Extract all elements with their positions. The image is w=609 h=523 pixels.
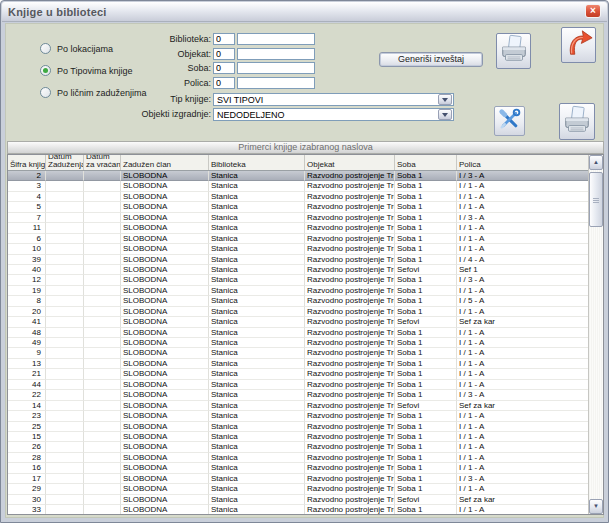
cell-soba[interactable]: Sefovi — [395, 265, 457, 275]
cell-datum-zaduzenja[interactable] — [46, 463, 84, 473]
cell-datum-za-vracanje[interactable] — [84, 338, 121, 348]
cell-sifra[interactable]: 26 — [8, 442, 46, 452]
cell-datum-za-vracanje[interactable] — [84, 265, 121, 275]
cell-datum-za-vracanje[interactable] — [84, 505, 121, 514]
cell-zaduzen-clan[interactable]: SLOBODNA — [121, 338, 209, 348]
cell-biblioteka[interactable]: Stanica — [209, 255, 305, 265]
cell-biblioteka[interactable]: Stanica — [209, 359, 305, 369]
table-row[interactable]: 6 SLOBODNA Stanica Razvodno postrojenje … — [8, 234, 588, 244]
cell-polica[interactable]: I / 1 - A — [457, 380, 588, 390]
cell-datum-za-vracanje[interactable] — [84, 495, 121, 505]
cell-datum-zaduzenja[interactable] — [46, 411, 84, 421]
cell-datum-zaduzenja[interactable] — [46, 275, 84, 285]
cell-datum-zaduzenja[interactable] — [46, 432, 84, 442]
cell-biblioteka[interactable]: Stanica — [209, 286, 305, 296]
cell-soba[interactable]: Soba 1 — [395, 505, 457, 514]
cell-datum-za-vracanje[interactable] — [84, 234, 121, 244]
tools-button[interactable] — [494, 106, 525, 136]
biblioteka-input[interactable] — [213, 33, 235, 45]
cell-zaduzen-clan[interactable]: SLOBODNA — [121, 453, 209, 463]
cell-polica[interactable]: I / 1 - A — [457, 192, 588, 202]
cell-soba[interactable]: Soba 1 — [395, 484, 457, 494]
cell-polica[interactable]: I / 5 - A — [457, 296, 588, 306]
cell-zaduzen-clan[interactable]: SLOBODNA — [121, 265, 209, 275]
cell-datum-zaduzenja[interactable] — [46, 317, 84, 327]
cell-zaduzen-clan[interactable]: SLOBODNA — [121, 244, 209, 254]
cell-polica[interactable]: I / 1 - A — [457, 307, 588, 317]
table-header-row[interactable]: Šifra knjige DatumZaduženja Datumza vrać… — [8, 155, 588, 171]
cell-zaduzen-clan[interactable]: SLOBODNA — [121, 213, 209, 223]
cell-objekat[interactable]: Razvodno postrojenje Trebinje — [305, 317, 395, 327]
cell-objekat[interactable]: Razvodno postrojenje Trebinje — [305, 401, 395, 411]
cell-objekat[interactable]: Razvodno postrojenje Trebinje — [305, 495, 395, 505]
cell-zaduzen-clan[interactable]: SLOBODNA — [121, 275, 209, 285]
cell-zaduzen-clan[interactable]: SLOBODNA — [121, 359, 209, 369]
cell-soba[interactable]: Soba 1 — [395, 223, 457, 233]
cell-datum-zaduzenja[interactable] — [46, 307, 84, 317]
cell-datum-za-vracanje[interactable] — [84, 213, 121, 223]
table-row[interactable]: 13 SLOBODNA Stanica Razvodno postrojenje… — [8, 359, 588, 369]
cell-sifra[interactable]: 39 — [8, 255, 46, 265]
cell-biblioteka[interactable]: Stanica — [209, 463, 305, 473]
cell-zaduzen-clan[interactable]: SLOBODNA — [121, 411, 209, 421]
cell-zaduzen-clan[interactable]: SLOBODNA — [121, 422, 209, 432]
cell-sifra[interactable]: 23 — [8, 411, 46, 421]
cell-datum-zaduzenja[interactable] — [46, 401, 84, 411]
table-row[interactable]: 20 SLOBODNA Stanica Razvodno postrojenje… — [8, 307, 588, 317]
cell-polica[interactable]: I / 1 - A — [457, 223, 588, 233]
cell-datum-zaduzenja[interactable] — [46, 202, 84, 212]
cell-sifra[interactable]: 49 — [8, 338, 46, 348]
cell-datum-za-vracanje[interactable] — [84, 463, 121, 473]
cell-datum-zaduzenja[interactable] — [46, 171, 84, 181]
cell-datum-za-vracanje[interactable] — [84, 348, 121, 358]
scroll-up-button[interactable]: ▲ — [589, 155, 603, 170]
cell-datum-zaduzenja[interactable] — [46, 328, 84, 338]
table-row[interactable]: 28 SLOBODNA Stanica Razvodno postrojenje… — [8, 453, 588, 463]
cell-datum-zaduzenja[interactable] — [46, 422, 84, 432]
cell-objekat[interactable]: Razvodno postrojenje Trebinje — [305, 328, 395, 338]
cell-zaduzen-clan[interactable]: SLOBODNA — [121, 255, 209, 265]
cell-zaduzen-clan[interactable]: SLOBODNA — [121, 296, 209, 306]
cell-biblioteka[interactable]: Stanica — [209, 411, 305, 421]
table-row[interactable]: 49 SLOBODNA Stanica Razvodno postrojenje… — [8, 338, 588, 348]
cell-biblioteka[interactable]: Stanica — [209, 505, 305, 514]
cell-sifra[interactable]: 19 — [8, 286, 46, 296]
table-row[interactable]: 4 SLOBODNA Stanica Razvodno postrojenje … — [8, 192, 588, 202]
cell-zaduzen-clan[interactable]: SLOBODNA — [121, 463, 209, 473]
cell-datum-zaduzenja[interactable] — [46, 359, 84, 369]
radio-icon[interactable] — [40, 43, 51, 54]
cell-sifra[interactable]: 30 — [8, 495, 46, 505]
cell-objekat[interactable]: Razvodno postrojenje Trebinje — [305, 505, 395, 514]
table-row[interactable]: 48 SLOBODNA Stanica Razvodno postrojenje… — [8, 328, 588, 338]
table-row[interactable]: 15 SLOBODNA Stanica Razvodno postrojenje… — [8, 432, 588, 442]
cell-soba[interactable]: Soba 1 — [395, 202, 457, 212]
print-button-bottom[interactable] — [559, 103, 595, 140]
cell-datum-zaduzenja[interactable] — [46, 338, 84, 348]
table-row[interactable]: 39 SLOBODNA Stanica Razvodno postrojenje… — [8, 255, 588, 265]
cell-datum-za-vracanje[interactable] — [84, 181, 121, 191]
export-button[interactable] — [561, 27, 596, 63]
cell-objekat[interactable]: Razvodno postrojenje Trebinje — [305, 202, 395, 212]
cell-zaduzen-clan[interactable]: SLOBODNA — [121, 234, 209, 244]
cell-biblioteka[interactable]: Stanica — [209, 234, 305, 244]
cell-zaduzen-clan[interactable]: SLOBODNA — [121, 286, 209, 296]
cell-datum-zaduzenja[interactable] — [46, 380, 84, 390]
cell-polica[interactable]: I / 3 - A — [457, 275, 588, 285]
cell-zaduzen-clan[interactable]: SLOBODNA — [121, 317, 209, 327]
cell-biblioteka[interactable]: Stanica — [209, 265, 305, 275]
cell-objekat[interactable]: Razvodno postrojenje Trebinje — [305, 422, 395, 432]
cell-datum-za-vracanje[interactable] — [84, 380, 121, 390]
cell-biblioteka[interactable]: Stanica — [209, 495, 305, 505]
cell-datum-zaduzenja[interactable] — [46, 265, 84, 275]
cell-sifra[interactable]: 44 — [8, 380, 46, 390]
cell-objekat[interactable]: Razvodno postrojenje Trebinje — [305, 390, 395, 400]
table-row[interactable]: 21 SLOBODNA Stanica Razvodno postrojenje… — [8, 369, 588, 379]
cell-polica[interactable]: I / 3 - A — [457, 213, 588, 223]
cell-datum-za-vracanje[interactable] — [84, 432, 121, 442]
col-polica[interactable]: Polica — [457, 155, 588, 170]
cell-soba[interactable]: Soba 1 — [395, 307, 457, 317]
cell-sifra[interactable]: 41 — [8, 317, 46, 327]
cell-polica[interactable]: I / 1 - A — [457, 286, 588, 296]
cell-datum-za-vracanje[interactable] — [84, 286, 121, 296]
cell-objekat[interactable]: Razvodno postrojenje Trebinje — [305, 359, 395, 369]
